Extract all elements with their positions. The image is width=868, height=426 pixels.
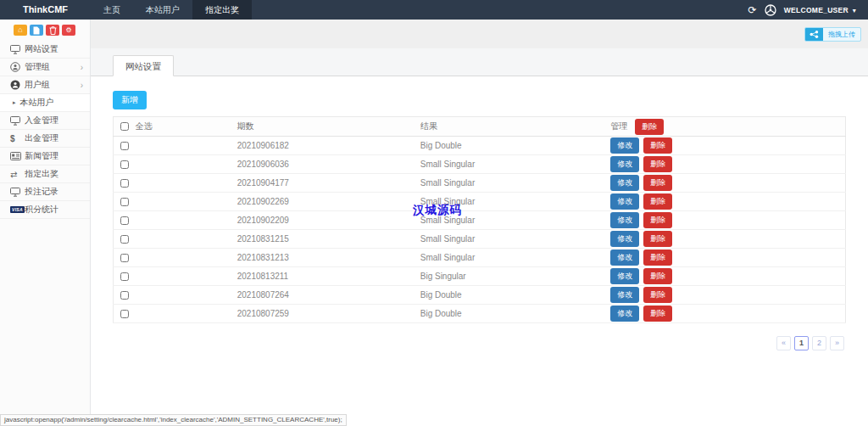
sidebar-item-site-users[interactable]: ▸ 本站用户 <box>0 94 90 112</box>
sidebar-item-admin-group[interactable]: 管理组 › <box>0 59 90 76</box>
result-cell: Big Double <box>414 137 604 155</box>
row-checkbox[interactable] <box>120 179 129 188</box>
edit-button[interactable]: 修改 <box>610 212 639 228</box>
delete-button[interactable]: 删除 <box>643 212 672 228</box>
user-filled-icon <box>10 80 25 90</box>
sidebar-item-label: 网站设置 <box>25 43 58 55</box>
table-row: 20210904177 Small Singular 修改删除 <box>114 174 846 193</box>
result-cell: Big Singular <box>414 267 604 286</box>
nav-item-site-users[interactable]: 本站用户 <box>133 0 192 20</box>
period-cell: 20210831215 <box>231 230 414 249</box>
sidebar-item-withdraw[interactable]: $ 出金管理 <box>0 130 90 148</box>
edit-button[interactable]: 修改 <box>610 231 639 247</box>
sidebar-item-user-group[interactable]: 用户组 › <box>0 76 90 94</box>
upload-label: 拖拽上传 <box>823 30 860 39</box>
pagination-prev[interactable]: « <box>776 336 791 350</box>
delete-button[interactable]: 删除 <box>643 175 672 191</box>
row-checkbox[interactable] <box>120 198 129 206</box>
result-cell: Small Singular <box>414 174 604 193</box>
drag-upload-button[interactable]: 拖拽上传 <box>804 27 861 42</box>
main-content: 新增 全选 期数 结果 管理 删除 <box>91 76 868 426</box>
row-checkbox[interactable] <box>120 310 129 318</box>
sidebar-item-label: 积分统计 <box>25 204 58 216</box>
bulk-delete-button[interactable]: 删除 <box>635 119 664 135</box>
delete-button[interactable]: 删除 <box>643 287 672 303</box>
delete-button[interactable]: 删除 <box>643 137 672 154</box>
trash-icon[interactable] <box>46 25 59 36</box>
edit-button[interactable]: 修改 <box>610 305 639 322</box>
sidebar-item-points-stats[interactable]: VISA 积分统计 <box>0 201 90 219</box>
row-checkbox[interactable] <box>120 272 129 281</box>
exchange-icon: ⇄ <box>10 170 25 179</box>
gear-icon[interactable]: ⚙ <box>62 25 75 36</box>
result-cell: Small Singular <box>414 155 604 174</box>
pagination-next[interactable]: » <box>830 336 844 350</box>
row-checkbox[interactable] <box>120 160 129 169</box>
delete-button[interactable]: 删除 <box>643 268 672 284</box>
edit-button[interactable]: 修改 <box>610 249 639 266</box>
row-checkbox[interactable] <box>120 142 129 150</box>
brand-logo[interactable]: ThinkCMF <box>0 0 91 20</box>
top-navbar: ThinkCMF 主页 本站用户 指定出奖 ⟳ WELCOME_USER ▾ <box>0 0 868 20</box>
add-button[interactable]: 新增 <box>113 91 147 109</box>
sidebar-item-label: 入金管理 <box>25 115 58 126</box>
sidebar-item-bet-records[interactable]: 投注记录 <box>0 183 90 201</box>
table-row: 20210807264 Big Double 修改删除 <box>114 286 846 305</box>
status-bar-link-hint: javascript:openapp('/admin/setting/clear… <box>0 414 347 426</box>
row-checkbox[interactable] <box>120 254 129 262</box>
edit-button[interactable]: 修改 <box>610 137 639 154</box>
username: WELCOME_USER <box>784 6 849 14</box>
edit-button[interactable]: 修改 <box>610 287 639 303</box>
table-row: 20210906036 Small Singular 修改删除 <box>114 155 846 174</box>
refresh-icon[interactable]: ⟳ <box>748 5 757 15</box>
sidebar-item-label: 指定出奖 <box>25 168 58 180</box>
avatar-icon[interactable] <box>765 4 776 16</box>
navbar-right: ⟳ WELCOME_USER ▾ <box>748 0 868 20</box>
upload-cluster-icon <box>805 28 823 41</box>
pagination-page-2[interactable]: 2 <box>812 336 826 350</box>
row-checkbox[interactable] <box>120 291 129 300</box>
tab-strip: 网站设置 <box>91 48 868 76</box>
nav-item-assign-prize[interactable]: 指定出奖 <box>192 0 252 20</box>
edit-button[interactable]: 修改 <box>610 175 639 191</box>
edit-button[interactable]: 修改 <box>610 268 639 284</box>
period-cell: 20210807259 <box>231 305 414 323</box>
table-row: 20210906182 Big Double 修改删除 <box>114 137 846 155</box>
sidebar-item-assign-prize[interactable]: ⇄ 指定出奖 <box>0 165 90 183</box>
delete-button[interactable]: 删除 <box>643 231 672 247</box>
pagination: « 1 2 » <box>776 336 844 350</box>
welcome-user-menu[interactable]: WELCOME_USER ▾ <box>784 6 856 14</box>
period-cell: 20210902209 <box>231 211 414 230</box>
edit-button[interactable]: 修改 <box>610 156 639 172</box>
period-cell: 20210906182 <box>231 137 414 155</box>
sidebar-item-label: 管理组 <box>25 61 50 73</box>
table-row: 20210831213 Small Singular 修改删除 <box>114 249 846 267</box>
sidebar-item-news[interactable]: 新闻管理 <box>0 148 90 165</box>
result-cell: Big Double <box>414 286 604 305</box>
table-row: 20210831215 Small Singular 修改删除 <box>114 230 846 249</box>
pagination-page-1[interactable]: 1 <box>794 336 809 350</box>
home-icon[interactable]: ⌂ <box>14 25 27 36</box>
delete-button[interactable]: 删除 <box>643 249 672 266</box>
nav-item-home[interactable]: 主页 <box>91 0 133 20</box>
select-all-checkbox[interactable] <box>120 122 129 131</box>
tab-site-settings[interactable]: 网站设置 <box>113 55 174 76</box>
thinkcmf-admin-page: ThinkCMF 主页 本站用户 指定出奖 ⟳ WELCOME_USER ▾ ⌂ <box>0 0 868 426</box>
sidebar-item-label: 出金管理 <box>25 132 58 144</box>
row-checkbox[interactable] <box>120 216 129 225</box>
period-cell: 20210902269 <box>231 193 414 211</box>
period-cell: 20210807264 <box>231 286 414 305</box>
row-checkbox[interactable] <box>120 235 129 244</box>
table-row: 20210807259 Big Double 修改删除 <box>114 305 846 323</box>
data-table: 全选 期数 结果 管理 删除 20210906182 Big D <box>113 116 846 323</box>
file-icon[interactable] <box>30 25 43 36</box>
edit-button[interactable]: 修改 <box>610 193 639 210</box>
sidebar-item-site-settings[interactable]: 网站设置 <box>0 41 90 59</box>
sidebar-item-deposit[interactable]: 入金管理 <box>0 112 90 130</box>
monitor-icon <box>10 188 25 197</box>
delete-button[interactable]: 删除 <box>643 193 672 210</box>
delete-button[interactable]: 删除 <box>643 156 672 172</box>
result-cell: Small Singular <box>414 230 604 249</box>
delete-button[interactable]: 删除 <box>643 305 672 322</box>
manage-header: 管理 删除 <box>604 117 845 137</box>
